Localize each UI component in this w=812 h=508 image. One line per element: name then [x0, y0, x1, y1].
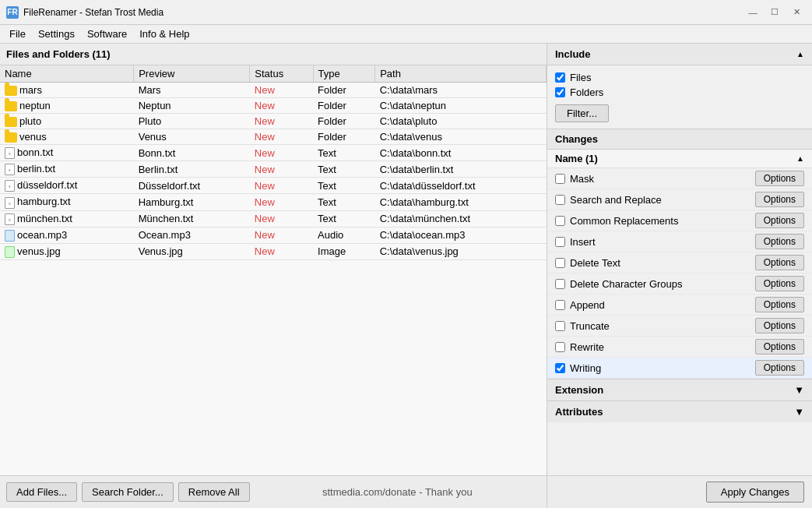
cell-preview: Venus.jpg — [134, 243, 250, 259]
option-checkbox-mask[interactable] — [555, 174, 565, 184]
option-checkbox-delete_char[interactable] — [555, 279, 565, 289]
file-table-body: marsMarsNewFolderC:\data\marsneptunNeptu… — [0, 83, 547, 260]
cell-preview: München.txt — [134, 210, 250, 227]
table-row[interactable]: ≡münchen.txtMünchen.txtNewTextC:\data\mü… — [0, 210, 547, 227]
col-name: Name — [0, 65, 134, 83]
option-checkbox-writing[interactable] — [555, 363, 565, 373]
text-file-icon: ≡ — [5, 164, 15, 175]
table-row[interactable]: ≡düsseldorf.txtDüsseldorf.txtNewTextC:\d… — [0, 178, 547, 194]
cell-type: Text — [313, 145, 375, 161]
option-options-button-mask[interactable]: Options — [755, 171, 804, 186]
extension-collapsible[interactable]: Extension ▼ — [547, 379, 812, 400]
option-label-search_replace: Search and Replace — [555, 194, 755, 206]
name-group-header: Name (1) ▲ — [547, 150, 812, 168]
name-group-collapse-arrow[interactable]: ▲ — [796, 154, 804, 163]
table-row[interactable]: plutoPlutoNewFolderC:\data\pluto — [0, 114, 547, 129]
table-row[interactable]: marsMarsNewFolderC:\data\mars — [0, 83, 547, 98]
option-options-button-writing[interactable]: Options — [755, 360, 804, 376]
option-label-common_rep: Common Replacements — [555, 215, 755, 227]
text-file-icon: ≡ — [5, 213, 15, 225]
table-row[interactable]: ≡bonn.txtBonn.txtNewTextC:\data\bonn.txt — [0, 145, 547, 161]
cell-path: C:\data\berlin.txt — [375, 161, 547, 178]
table-row[interactable]: ≡berlin.txtBerlin.txtNewTextC:\data\berl… — [0, 161, 547, 178]
menu-settings[interactable]: Settings — [32, 26, 81, 41]
files-checkbox[interactable] — [555, 72, 565, 83]
option-row-writing: WritingOptions — [547, 358, 812, 379]
folders-label: Folders — [570, 86, 603, 98]
option-options-button-rewrite[interactable]: Options — [755, 339, 804, 355]
option-checkbox-rewrite[interactable] — [555, 342, 565, 352]
cell-name: ≡bonn.txt — [0, 145, 134, 161]
option-label-append: Append — [555, 299, 755, 311]
apply-changes-button[interactable]: Apply Changes — [706, 482, 804, 503]
col-status: Status — [250, 65, 313, 83]
cell-type: Image — [313, 243, 375, 259]
main-content: Files and Folders (11) Name Preview Stat… — [0, 44, 812, 508]
text-file-icon: ≡ — [5, 147, 15, 159]
files-checkbox-row: Files — [555, 72, 804, 83]
option-options-button-search_replace[interactable]: Options — [755, 192, 804, 207]
filter-button[interactable]: Filter... — [555, 104, 609, 122]
add-files-button[interactable]: Add Files... — [6, 482, 77, 502]
cell-path: C:\data\pluto — [375, 114, 547, 129]
maximize-button[interactable]: ☐ — [765, 5, 784, 20]
option-options-button-delete_char[interactable]: Options — [755, 276, 804, 291]
option-options-button-common_rep[interactable]: Options — [755, 213, 804, 228]
option-checkbox-delete_text[interactable] — [555, 258, 565, 268]
option-row-rewrite: RewriteOptions — [547, 337, 812, 358]
cell-path: C:\data\bonn.txt — [375, 145, 547, 161]
table-row[interactable]: ocean.mp3Ocean.mp3NewAudioC:\data\ocean.… — [0, 227, 547, 243]
folder-icon — [5, 117, 17, 127]
close-button[interactable]: ✕ — [787, 5, 806, 20]
option-label-mask: Mask — [555, 173, 755, 185]
files-label: Files — [570, 72, 591, 83]
col-preview: Preview — [134, 65, 250, 83]
option-checkbox-truncate[interactable] — [555, 321, 565, 331]
option-options-button-delete_text[interactable]: Options — [755, 255, 804, 270]
search-folder-button[interactable]: Search Folder... — [82, 482, 174, 502]
cell-preview: Ocean.mp3 — [134, 227, 250, 243]
table-row[interactable]: neptunNeptunNewFolderC:\data\neptun — [0, 98, 547, 114]
option-checkbox-insert[interactable] — [555, 237, 565, 247]
cell-preview: Pluto — [134, 114, 250, 129]
image-file-icon — [5, 246, 15, 258]
option-checkbox-common_rep[interactable] — [555, 216, 565, 226]
changes-section-header: Changes — [547, 129, 812, 150]
cell-name: ≡hamburg.txt — [0, 194, 134, 210]
option-checkbox-append[interactable] — [555, 300, 565, 310]
include-collapse-arrow[interactable]: ▲ — [796, 50, 804, 58]
cell-preview: Hamburg.txt — [134, 194, 250, 210]
cell-status: New — [250, 194, 313, 210]
option-row-delete_char: Delete Character GroupsOptions — [547, 273, 812, 295]
cell-status: New — [250, 83, 313, 98]
minimize-button[interactable]: — — [743, 5, 762, 20]
cell-name: ≡düsseldorf.txt — [0, 178, 134, 194]
table-row[interactable]: venusVenusNewFolderC:\data\venus — [0, 129, 547, 145]
cell-status: New — [250, 98, 313, 114]
attributes-collapsible[interactable]: Attributes ▼ — [547, 400, 812, 422]
option-label-delete_text: Delete Text — [555, 257, 755, 269]
option-options-button-insert[interactable]: Options — [755, 234, 804, 249]
folders-checkbox[interactable] — [555, 87, 565, 97]
cell-status: New — [250, 227, 313, 243]
option-row-insert: InsertOptions — [547, 231, 812, 252]
option-row-append: AppendOptions — [547, 295, 812, 316]
option-checkbox-search_replace[interactable] — [555, 195, 565, 205]
remove-all-button[interactable]: Remove All — [178, 482, 250, 502]
table-row[interactable]: ≡hamburg.txtHamburg.txtNewTextC:\data\ha… — [0, 194, 547, 210]
cell-name: venus — [0, 129, 134, 145]
table-row[interactable]: venus.jpgVenus.jpgNewImageC:\data\venus.… — [0, 243, 547, 259]
folders-checkbox-row: Folders — [555, 86, 804, 98]
cell-type: Text — [313, 178, 375, 194]
name-group-label: Name (1) — [555, 153, 598, 164]
menu-software[interactable]: Software — [81, 26, 133, 41]
menu-info[interactable]: Info & Help — [133, 26, 195, 41]
option-label-delete_char: Delete Character Groups — [555, 278, 755, 290]
option-options-button-append[interactable]: Options — [755, 297, 804, 312]
cell-path: C:\data\düsseldorf.txt — [375, 178, 547, 194]
menu-file[interactable]: File — [3, 26, 32, 41]
file-table-wrapper[interactable]: Name Preview Status Type Path marsMarsNe… — [0, 65, 547, 475]
cell-status: New — [250, 210, 313, 227]
cell-type: Folder — [313, 98, 375, 114]
option-options-button-truncate[interactable]: Options — [755, 318, 804, 333]
